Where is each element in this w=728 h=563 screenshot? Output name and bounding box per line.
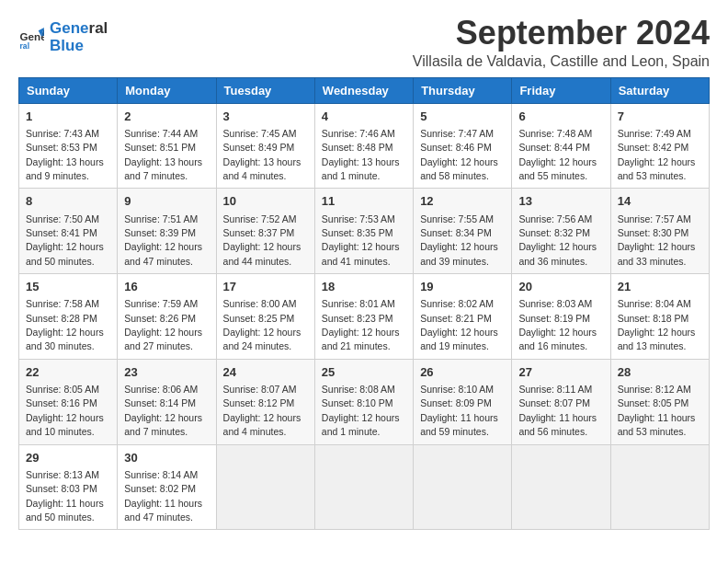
calendar-cell: 28Sunrise: 8:12 AMSunset: 8:05 PMDayligh… bbox=[610, 359, 709, 444]
cell-info: Sunrise: 8:03 AMSunset: 8:19 PMDaylight:… bbox=[518, 298, 597, 351]
calendar-cell: 7Sunrise: 7:49 AMSunset: 8:42 PMDaylight… bbox=[610, 103, 709, 189]
header-friday: Friday bbox=[512, 77, 610, 103]
svg-text:ral: ral bbox=[20, 40, 29, 50]
cell-info: Sunrise: 7:50 AMSunset: 8:41 PMDaylight:… bbox=[26, 213, 104, 267]
day-number: 16 bbox=[124, 279, 209, 295]
day-number: 10 bbox=[223, 193, 308, 210]
calendar-cell: 25Sunrise: 8:08 AMSunset: 8:10 PMDayligh… bbox=[314, 359, 413, 444]
logo-line1: General bbox=[50, 20, 108, 38]
calendar-cell: 14Sunrise: 7:57 AMSunset: 8:30 PMDayligh… bbox=[610, 189, 709, 274]
cell-info: Sunrise: 8:11 AMSunset: 8:07 PMDaylight:… bbox=[518, 384, 597, 437]
calendar-cell: 21Sunrise: 8:04 AMSunset: 8:18 PMDayligh… bbox=[610, 274, 709, 360]
day-number: 11 bbox=[322, 193, 406, 210]
header-sunday: Sunday bbox=[19, 77, 118, 103]
logo-icon: Gene ral bbox=[18, 25, 44, 51]
logo: Gene ral General Blue bbox=[18, 20, 108, 54]
calendar-cell: 13Sunrise: 7:56 AMSunset: 8:32 PMDayligh… bbox=[512, 189, 610, 274]
week-row-1: 1Sunrise: 7:43 AMSunset: 8:53 PMDaylight… bbox=[19, 103, 710, 189]
cell-info: Sunrise: 7:57 AMSunset: 8:30 PMDaylight:… bbox=[618, 213, 696, 267]
day-number: 21 bbox=[618, 279, 702, 295]
day-number: 28 bbox=[618, 364, 702, 381]
calendar-cell: 10Sunrise: 7:52 AMSunset: 8:37 PMDayligh… bbox=[216, 189, 314, 274]
calendar-cell bbox=[216, 444, 314, 530]
page-header: Gene ral General Blue September 2024 Vil… bbox=[18, 15, 710, 70]
cell-info: Sunrise: 7:47 AMSunset: 8:46 PMDaylight:… bbox=[420, 128, 498, 181]
cell-info: Sunrise: 7:48 AMSunset: 8:44 PMDaylight:… bbox=[518, 128, 597, 181]
cell-info: Sunrise: 8:02 AMSunset: 8:21 PMDaylight:… bbox=[420, 298, 498, 351]
calendar-cell: 5Sunrise: 7:47 AMSunset: 8:46 PMDaylight… bbox=[414, 103, 512, 189]
cell-info: Sunrise: 8:10 AMSunset: 8:09 PMDaylight:… bbox=[420, 384, 498, 437]
cell-info: Sunrise: 8:12 AMSunset: 8:05 PMDaylight:… bbox=[618, 384, 696, 437]
day-number: 30 bbox=[124, 450, 209, 466]
location-title: Villasila de Valdavia, Castille and Leon… bbox=[413, 53, 710, 70]
day-number: 29 bbox=[26, 450, 110, 466]
calendar-cell: 20Sunrise: 8:03 AMSunset: 8:19 PMDayligh… bbox=[512, 274, 610, 360]
day-number: 23 bbox=[124, 364, 209, 381]
calendar-cell: 1Sunrise: 7:43 AMSunset: 8:53 PMDaylight… bbox=[19, 103, 118, 189]
day-number: 1 bbox=[26, 109, 110, 125]
calendar-cell: 30Sunrise: 8:14 AMSunset: 8:02 PMDayligh… bbox=[118, 444, 216, 530]
cell-info: Sunrise: 7:43 AMSunset: 8:53 PMDaylight:… bbox=[26, 128, 104, 181]
day-number: 27 bbox=[518, 364, 603, 381]
calendar-cell: 6Sunrise: 7:48 AMSunset: 8:44 PMDaylight… bbox=[512, 103, 610, 189]
week-row-5: 29Sunrise: 8:13 AMSunset: 8:03 PMDayligh… bbox=[19, 444, 710, 530]
cell-info: Sunrise: 8:05 AMSunset: 8:16 PMDaylight:… bbox=[26, 384, 104, 437]
title-area: September 2024 Villasila de Valdavia, Ca… bbox=[413, 15, 710, 70]
day-number: 19 bbox=[420, 279, 505, 295]
calendar-cell bbox=[512, 444, 610, 530]
calendar-cell: 18Sunrise: 8:01 AMSunset: 8:23 PMDayligh… bbox=[314, 274, 413, 360]
calendar-cell bbox=[414, 444, 512, 530]
calendar-cell bbox=[314, 444, 413, 530]
calendar-cell: 26Sunrise: 8:10 AMSunset: 8:09 PMDayligh… bbox=[414, 359, 512, 444]
day-number: 13 bbox=[518, 193, 603, 210]
day-number: 25 bbox=[322, 364, 406, 381]
cell-info: Sunrise: 8:00 AMSunset: 8:25 PMDaylight:… bbox=[223, 298, 301, 351]
day-number: 18 bbox=[322, 279, 406, 295]
day-number: 4 bbox=[322, 109, 406, 125]
cell-info: Sunrise: 7:46 AMSunset: 8:48 PMDaylight:… bbox=[322, 128, 400, 181]
calendar-cell: 11Sunrise: 7:53 AMSunset: 8:35 PMDayligh… bbox=[314, 189, 413, 274]
day-number: 12 bbox=[420, 193, 505, 210]
calendar-table: SundayMondayTuesdayWednesdayThursdayFrid… bbox=[18, 77, 710, 531]
header-saturday: Saturday bbox=[610, 77, 709, 103]
calendar-cell: 3Sunrise: 7:45 AMSunset: 8:49 PMDaylight… bbox=[216, 103, 314, 189]
cell-info: Sunrise: 7:44 AMSunset: 8:51 PMDaylight:… bbox=[124, 128, 202, 181]
cell-info: Sunrise: 7:45 AMSunset: 8:49 PMDaylight:… bbox=[223, 128, 301, 181]
day-number: 20 bbox=[518, 279, 603, 295]
day-number: 8 bbox=[26, 193, 110, 210]
day-number: 3 bbox=[223, 109, 308, 125]
cell-info: Sunrise: 8:06 AMSunset: 8:14 PMDaylight:… bbox=[124, 384, 202, 437]
day-number: 2 bbox=[124, 109, 209, 125]
calendar-cell: 17Sunrise: 8:00 AMSunset: 8:25 PMDayligh… bbox=[216, 274, 314, 360]
cell-info: Sunrise: 8:07 AMSunset: 8:12 PMDaylight:… bbox=[223, 384, 301, 437]
cell-info: Sunrise: 8:14 AMSunset: 8:02 PMDaylight:… bbox=[124, 469, 202, 523]
week-row-3: 15Sunrise: 7:58 AMSunset: 8:28 PMDayligh… bbox=[19, 274, 710, 360]
calendar-cell: 15Sunrise: 7:58 AMSunset: 8:28 PMDayligh… bbox=[19, 274, 118, 360]
calendar-cell: 29Sunrise: 8:13 AMSunset: 8:03 PMDayligh… bbox=[19, 444, 118, 530]
calendar-cell: 2Sunrise: 7:44 AMSunset: 8:51 PMDaylight… bbox=[118, 103, 216, 189]
day-number: 17 bbox=[223, 279, 308, 295]
header-wednesday: Wednesday bbox=[314, 77, 413, 103]
cell-info: Sunrise: 8:13 AMSunset: 8:03 PMDaylight:… bbox=[26, 469, 104, 523]
calendar-cell: 4Sunrise: 7:46 AMSunset: 8:48 PMDaylight… bbox=[314, 103, 413, 189]
cell-info: Sunrise: 8:04 AMSunset: 8:18 PMDaylight:… bbox=[618, 298, 696, 351]
header-row: SundayMondayTuesdayWednesdayThursdayFrid… bbox=[19, 77, 710, 103]
calendar-body: 1Sunrise: 7:43 AMSunset: 8:53 PMDaylight… bbox=[19, 103, 710, 530]
day-number: 26 bbox=[420, 364, 505, 381]
cell-info: Sunrise: 7:55 AMSunset: 8:34 PMDaylight:… bbox=[420, 213, 498, 267]
cell-info: Sunrise: 7:51 AMSunset: 8:39 PMDaylight:… bbox=[124, 213, 202, 267]
calendar-cell: 19Sunrise: 8:02 AMSunset: 8:21 PMDayligh… bbox=[414, 274, 512, 360]
header-tuesday: Tuesday bbox=[216, 77, 314, 103]
day-number: 6 bbox=[518, 109, 603, 125]
day-number: 14 bbox=[618, 193, 702, 210]
day-number: 22 bbox=[26, 364, 110, 381]
cell-info: Sunrise: 8:01 AMSunset: 8:23 PMDaylight:… bbox=[322, 298, 400, 351]
week-row-2: 8Sunrise: 7:50 AMSunset: 8:41 PMDaylight… bbox=[19, 189, 710, 274]
calendar-cell: 27Sunrise: 8:11 AMSunset: 8:07 PMDayligh… bbox=[512, 359, 610, 444]
day-number: 5 bbox=[420, 109, 505, 125]
calendar-cell: 12Sunrise: 7:55 AMSunset: 8:34 PMDayligh… bbox=[414, 189, 512, 274]
calendar-cell: 23Sunrise: 8:06 AMSunset: 8:14 PMDayligh… bbox=[118, 359, 216, 444]
cell-info: Sunrise: 7:53 AMSunset: 8:35 PMDaylight:… bbox=[322, 213, 400, 267]
calendar-cell: 24Sunrise: 8:07 AMSunset: 8:12 PMDayligh… bbox=[216, 359, 314, 444]
cell-info: Sunrise: 7:56 AMSunset: 8:32 PMDaylight:… bbox=[518, 213, 597, 267]
